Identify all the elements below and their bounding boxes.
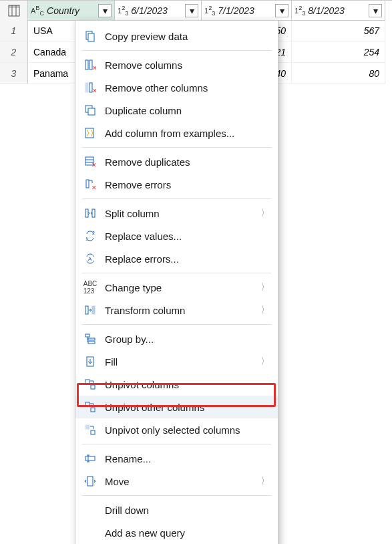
replace-values-icon: 12 — [82, 228, 98, 244]
svg-rect-27 — [92, 306, 95, 314]
menu-label: Remove errors — [105, 179, 270, 190]
menu-label: Split column — [105, 208, 260, 219]
menu-label: Replace values... — [105, 231, 270, 242]
menu-separator — [82, 198, 271, 199]
svg-text:✕: ✕ — [91, 162, 96, 168]
menu-separator — [82, 50, 271, 51]
svg-rect-6 — [85, 60, 88, 70]
svg-rect-9 — [85, 83, 88, 92]
menu-move[interactable]: Move 〉 — [75, 470, 278, 493]
menu-label: Remove duplicates — [105, 156, 270, 168]
menu-unpivot-columns[interactable]: Unpivot columns — [75, 373, 278, 396]
menu-remove-duplicates[interactable]: ✕ Remove duplicates — [75, 150, 278, 173]
menu-separator — [82, 324, 271, 325]
menu-unpivot-other-columns[interactable]: Unpivot other columns — [75, 396, 278, 418]
column-header-d2[interactable]: 123 7/1/2023 ▾ — [202, 1, 292, 21]
unpivot-columns-icon — [82, 376, 98, 392]
row-index[interactable]: 1 — [0, 20, 28, 41]
menu-remove-columns[interactable]: ✕ Remove columns — [75, 53, 278, 76]
column-header-d3[interactable]: 123 8/1/2023 ▾ — [292, 1, 385, 21]
svg-text:A: A — [88, 256, 92, 262]
svg-rect-14 — [85, 128, 93, 138]
svg-rect-5 — [88, 33, 94, 41]
svg-text:✕: ✕ — [92, 88, 96, 94]
replace-errors-icon: A — [82, 251, 98, 267]
menu-label: Change type — [105, 282, 260, 293]
menu-group-by[interactable]: Group by... — [75, 327, 278, 350]
svg-rect-29 — [88, 338, 95, 340]
menu-label: Transform column — [105, 305, 260, 316]
menu-label: Unpivot other columns — [105, 402, 270, 413]
menu-replace-values[interactable]: 12 Replace values... — [75, 225, 278, 247]
svg-rect-39 — [85, 456, 95, 460]
svg-rect-35 — [85, 402, 89, 406]
split-column-icon — [82, 205, 98, 221]
menu-add-as-new-query[interactable]: Add as new query — [75, 521, 278, 544]
svg-rect-43 — [87, 477, 93, 486]
svg-rect-21 — [85, 209, 88, 217]
table-corner-icon[interactable] — [0, 1, 28, 21]
filter-dropdown-icon[interactable]: ▾ — [98, 4, 112, 17]
menu-unpivot-only-selected-columns[interactable]: Unpivot only selected columns — [75, 418, 278, 441]
svg-text:1: 1 — [85, 237, 88, 241]
remove-errors-icon: ✕ — [82, 176, 98, 192]
menu-label: Replace errors... — [105, 253, 270, 265]
change-type-icon: ABC123 — [82, 279, 98, 295]
menu-copy-preview-data[interactable]: Copy preview data — [75, 25, 278, 47]
submenu-arrow-icon: 〉 — [260, 207, 270, 219]
svg-text:2: 2 — [92, 231, 95, 235]
column-label: Country — [47, 5, 79, 16]
remove-duplicates-icon: ✕ — [82, 154, 98, 170]
column-header-country[interactable]: ABC Country ▾ — [28, 1, 115, 21]
cell-d3[interactable]: 80 — [292, 63, 385, 84]
filter-dropdown-icon[interactable]: ▾ — [275, 4, 288, 17]
submenu-arrow-icon: 〉 — [260, 356, 270, 368]
menu-label: Add as new query — [105, 527, 270, 539]
svg-rect-37 — [85, 425, 89, 429]
column-header-row: ABC Country ▾ 123 6/1/2023 ▾ 123 7/1/202… — [0, 0, 392, 20]
menu-label: Unpivot columns — [105, 379, 270, 390]
number-type-icon: 123 — [118, 5, 128, 17]
svg-rect-26 — [85, 306, 88, 314]
menu-separator — [82, 444, 271, 444]
cell-d3[interactable]: 567 — [292, 20, 385, 41]
submenu-arrow-icon: 〉 — [260, 281, 270, 293]
row-index[interactable]: 2 — [0, 41, 28, 63]
remove-other-columns-icon: ✕ — [82, 80, 98, 96]
text-type-icon: ABC — [31, 5, 44, 17]
submenu-arrow-icon: 〉 — [260, 475, 270, 487]
menu-label: Unpivot only selected columns — [105, 424, 270, 436]
svg-text:✕: ✕ — [91, 184, 96, 190]
menu-drill-down[interactable]: Drill down — [75, 499, 278, 521]
menu-change-type[interactable]: ABC123 Change type 〉 — [75, 276, 278, 299]
menu-rename[interactable]: Rename... — [75, 447, 278, 470]
column-label: 7/1/2023 — [218, 5, 254, 16]
menu-replace-errors[interactable]: A Replace errors... — [75, 247, 278, 270]
menu-label: Fill — [105, 356, 260, 368]
menu-add-column-from-examples[interactable]: Add column from examples... — [75, 122, 278, 144]
menu-label: Remove other columns — [105, 82, 270, 94]
svg-rect-30 — [88, 342, 95, 344]
menu-split-column[interactable]: Split column 〉 — [75, 202, 278, 225]
remove-columns-icon: ✕ — [82, 57, 98, 73]
filter-dropdown-icon[interactable]: ▾ — [369, 4, 382, 17]
svg-rect-33 — [85, 380, 89, 384]
menu-fill[interactable]: Fill 〉 — [75, 350, 278, 373]
menu-label: Duplicate column — [105, 105, 270, 116]
row-index[interactable]: 3 — [0, 63, 28, 84]
menu-transform-column[interactable]: Transform column 〉 — [75, 299, 278, 321]
menu-label: Rename... — [105, 453, 270, 464]
svg-rect-34 — [91, 385, 95, 389]
svg-rect-1 — [9, 5, 19, 8]
column-header-d1[interactable]: 123 6/1/2023 ▾ — [115, 1, 202, 21]
submenu-arrow-icon: 〉 — [260, 304, 270, 316]
cell-d3[interactable]: 254 — [292, 41, 385, 63]
menu-duplicate-column[interactable]: Duplicate column — [75, 99, 278, 122]
menu-remove-other-columns[interactable]: ✕ Remove other columns — [75, 76, 278, 99]
svg-rect-36 — [91, 408, 95, 412]
menu-remove-errors[interactable]: ✕ Remove errors — [75, 173, 278, 196]
svg-rect-13 — [88, 108, 95, 115]
rename-icon — [82, 450, 98, 466]
menu-label: Remove columns — [105, 59, 270, 71]
filter-dropdown-icon[interactable]: ▾ — [185, 4, 198, 17]
